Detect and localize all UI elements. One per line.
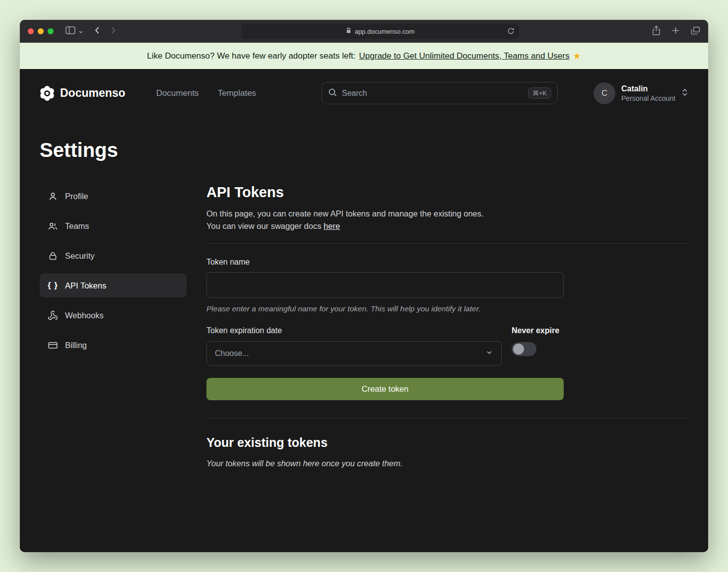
brand[interactable]: Documenso: [40, 86, 126, 101]
zoom-window-button[interactable]: [48, 28, 54, 34]
upgrade-link[interactable]: Upgrade to Get Unlimited Documents, Team…: [359, 51, 570, 61]
account-type: Personal Account: [621, 94, 675, 102]
sidebar-chevron-down-icon[interactable]: [78, 27, 83, 36]
expiration-label: Token expiration date: [206, 326, 502, 335]
chevron-up-down-icon: [681, 88, 688, 99]
expiration-select[interactable]: Choose...: [206, 341, 502, 366]
new-tab-icon[interactable]: [671, 26, 680, 37]
promo-banner: Like Documenso? We have few early adopte…: [20, 43, 708, 69]
existing-tokens-heading: Your existing tokens: [206, 435, 687, 450]
brand-name: Documenso: [60, 86, 126, 100]
toggle-knob: [513, 344, 524, 355]
token-name-hint: Please enter a meaningful name for your …: [206, 304, 687, 313]
tab-overview-icon[interactable]: [691, 26, 700, 37]
sidebar-item-profile[interactable]: Profile: [40, 184, 187, 208]
minimize-window-button[interactable]: [38, 28, 44, 34]
chevron-down-icon: [485, 349, 493, 358]
app-main: Documenso Documents Templates ⌘+K C Cata…: [20, 69, 708, 552]
create-token-button[interactable]: Create token: [206, 378, 564, 400]
divider: [206, 418, 687, 419]
share-icon[interactable]: [652, 25, 661, 38]
account-name: Catalin: [621, 84, 675, 93]
sidebar-item-label: Billing: [65, 341, 87, 350]
user-icon: [48, 191, 58, 202]
braces-icon: { }: [48, 281, 58, 290]
account-menu[interactable]: C Catalin Personal Account: [594, 82, 688, 104]
sidebar-item-billing[interactable]: Billing: [40, 333, 187, 357]
sidebar-item-label: Webhooks: [65, 311, 104, 320]
credit-card-icon: [48, 340, 58, 351]
forward-button[interactable]: [111, 26, 116, 36]
never-expire-toggle[interactable]: [512, 342, 536, 356]
avatar: C: [594, 82, 615, 104]
browser-toolbar: app.documenso.com: [20, 20, 708, 43]
traffic-lights: [28, 28, 54, 34]
search-icon: [328, 88, 337, 99]
url-text: app.documenso.com: [355, 28, 415, 35]
search-bar[interactable]: ⌘+K: [322, 82, 558, 104]
users-icon: [48, 221, 58, 231]
token-name-label: Token name: [206, 258, 687, 267]
never-expire-label: Never expire: [512, 326, 559, 335]
sidebar-item-label: Security: [65, 251, 95, 261]
documenso-logo-icon: [40, 86, 55, 101]
sidebar-item-webhooks[interactable]: Webhooks: [40, 303, 187, 327]
sidebar-toggle-icon[interactable]: [66, 26, 75, 36]
sidebar-item-label: API Tokens: [65, 281, 106, 290]
section-description: On this page, you can create new API tok…: [206, 208, 687, 220]
webhook-icon: [48, 310, 58, 321]
sidebar-item-teams[interactable]: Teams: [40, 214, 187, 238]
main-nav: Documents Templates: [156, 88, 256, 98]
browser-window: app.documenso.com Like Documenso? We hav…: [20, 20, 708, 552]
existing-tokens-empty-text: Your tokens will be shown here once you …: [206, 459, 687, 468]
settings-sidebar: Profile Teams Security { } API Tokens We…: [40, 184, 187, 357]
token-name-input[interactable]: [206, 272, 564, 298]
nav-templates[interactable]: Templates: [218, 88, 256, 98]
sidebar-item-security[interactable]: Security: [40, 244, 187, 268]
docs-text: You can view our swagger docs: [206, 221, 324, 230]
api-tokens-section: API Tokens On this page, you can create …: [206, 184, 687, 468]
search-shortcut-badge: ⌘+K: [528, 87, 551, 99]
lock-icon: [346, 27, 351, 35]
star-icon: ★: [573, 51, 581, 62]
banner-text: Like Documenso? We have few early adopte…: [147, 51, 355, 61]
sidebar-item-label: Teams: [65, 221, 89, 231]
swagger-docs-link[interactable]: here: [324, 221, 340, 230]
search-input[interactable]: [342, 89, 523, 98]
divider: [206, 243, 687, 244]
sidebar-item-label: Profile: [65, 192, 88, 201]
sidebar-item-api-tokens[interactable]: { } API Tokens: [40, 274, 187, 297]
close-window-button[interactable]: [28, 28, 34, 34]
lock-icon: [48, 251, 58, 261]
section-heading: API Tokens: [206, 184, 687, 201]
refresh-icon[interactable]: [507, 27, 515, 36]
back-button[interactable]: [94, 26, 100, 36]
page-title: Settings: [40, 139, 688, 161]
address-bar[interactable]: app.documenso.com: [241, 24, 519, 39]
nav-documents[interactable]: Documents: [156, 88, 199, 98]
app-header: Documenso Documents Templates ⌘+K C Cata…: [20, 69, 708, 104]
expiration-select-value: Choose...: [215, 349, 249, 358]
